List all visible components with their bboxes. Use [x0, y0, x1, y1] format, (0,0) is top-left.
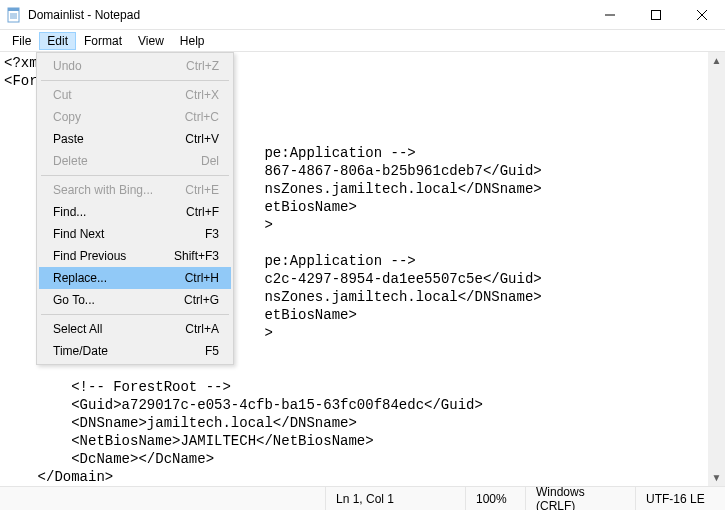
text-line: </Domain> [4, 469, 113, 485]
text-line: <For [4, 73, 38, 89]
menu-separator [41, 80, 229, 81]
notepad-icon [6, 7, 22, 23]
menu-item-cut[interactable]: Cut Ctrl+X [39, 84, 231, 106]
menu-help[interactable]: Help [172, 32, 213, 50]
menu-bar: File Edit Format View Help [0, 30, 725, 52]
status-empty [0, 487, 325, 510]
text-line: <DcName></DcName> [4, 451, 214, 467]
scroll-track[interactable] [708, 69, 725, 469]
menu-edit[interactable]: Edit [39, 32, 76, 50]
text-line: > [264, 217, 272, 233]
text-line: nsZones.jamiltech.local</DNSname> [264, 181, 541, 197]
menu-item-select-all[interactable]: Select All Ctrl+A [39, 318, 231, 340]
menu-item-paste[interactable]: Paste Ctrl+V [39, 128, 231, 150]
text-line: nsZones.jamiltech.local</DNSname> [264, 289, 541, 305]
menu-item-find-next[interactable]: Find Next F3 [39, 223, 231, 245]
status-eol: Windows (CRLF) [525, 487, 635, 510]
text-line: <Guid>a729017c-e053-4cfb-ba15-63fc00f84e… [4, 397, 483, 413]
menu-item-replace[interactable]: Replace... Ctrl+H [39, 267, 231, 289]
close-button[interactable] [679, 0, 725, 29]
menu-item-search-bing[interactable]: Search with Bing... Ctrl+E [39, 179, 231, 201]
menu-format[interactable]: Format [76, 32, 130, 50]
text-line: <DNSname>jamiltech.local</DNSname> [4, 415, 357, 431]
window-title: Domainlist - Notepad [28, 8, 140, 22]
svg-rect-6 [652, 10, 661, 19]
text-line: pe:Application --> [264, 145, 415, 161]
status-encoding: UTF-16 LE [635, 487, 725, 510]
menu-item-time-date[interactable]: Time/Date F5 [39, 340, 231, 362]
scroll-up-icon[interactable]: ▲ [708, 52, 725, 69]
svg-rect-1 [8, 8, 19, 11]
window-controls [587, 0, 725, 29]
text-line: <?xm [4, 55, 38, 71]
menu-item-delete[interactable]: Delete Del [39, 150, 231, 172]
menu-file[interactable]: File [4, 32, 39, 50]
text-line: <NetBiosName>JAMILTECH</NetBiosName> [4, 433, 374, 449]
status-position: Ln 1, Col 1 [325, 487, 465, 510]
menu-item-find[interactable]: Find... Ctrl+F [39, 201, 231, 223]
menu-separator [41, 175, 229, 176]
scroll-down-icon[interactable]: ▼ [708, 469, 725, 486]
minimize-button[interactable] [587, 0, 633, 29]
maximize-button[interactable] [633, 0, 679, 29]
text-line: etBiosName> [264, 307, 356, 323]
title-bar: Domainlist - Notepad [0, 0, 725, 30]
menu-view[interactable]: View [130, 32, 172, 50]
menu-item-find-previous[interactable]: Find Previous Shift+F3 [39, 245, 231, 267]
menu-item-copy[interactable]: Copy Ctrl+C [39, 106, 231, 128]
menu-item-goto[interactable]: Go To... Ctrl+G [39, 289, 231, 311]
editor-area: <?xm <For pe:Application --> 867-4867-80… [0, 52, 725, 486]
text-line: 867-4867-806a-b25b961cdeb7</Guid> [264, 163, 541, 179]
menu-separator [41, 314, 229, 315]
text-line: c2c-4297-8954-da1ee5507c5e</Guid> [264, 271, 541, 287]
status-bar: Ln 1, Col 1 100% Windows (CRLF) UTF-16 L… [0, 486, 725, 510]
text-line: pe:Application --> [264, 253, 415, 269]
status-zoom: 100% [465, 487, 525, 510]
vertical-scrollbar[interactable]: ▲ ▼ [708, 52, 725, 486]
edit-dropdown-menu: Undo Ctrl+Z Cut Ctrl+X Copy Ctrl+C Paste… [36, 52, 234, 365]
text-line: <!-- ForestRoot --> [4, 379, 231, 395]
text-line: > [264, 325, 272, 341]
menu-item-undo[interactable]: Undo Ctrl+Z [39, 55, 231, 77]
text-line: etBiosName> [264, 199, 356, 215]
